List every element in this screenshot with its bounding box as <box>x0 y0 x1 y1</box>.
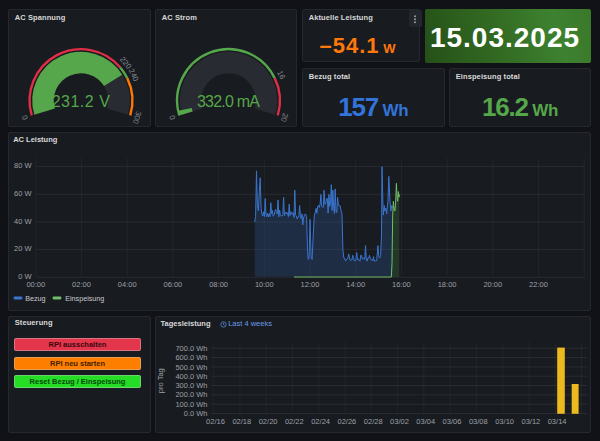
svg-text:300.0 Wh: 300.0 Wh <box>175 381 207 390</box>
svg-text:02/20: 02/20 <box>259 417 278 426</box>
svg-text:03/04: 03/04 <box>416 417 435 426</box>
svg-text:02/22: 02/22 <box>285 417 304 426</box>
svg-text:03/08: 03/08 <box>469 417 488 426</box>
svg-text:200.0 Wh: 200.0 Wh <box>175 390 207 399</box>
svg-text:400.0 Wh: 400.0 Wh <box>175 372 207 381</box>
svg-text:500.0 Wh: 500.0 Wh <box>175 363 207 372</box>
svg-text:02/28: 02/28 <box>364 417 383 426</box>
svg-text:pro Tag: pro Tag <box>157 368 166 393</box>
svg-text:03/14: 03/14 <box>548 417 567 426</box>
svg-text:03/06: 03/06 <box>443 417 462 426</box>
svg-text:0.0 Wh: 0.0 Wh <box>184 409 208 418</box>
svg-text:02/26: 02/26 <box>338 417 357 426</box>
svg-text:02/24: 02/24 <box>311 417 330 426</box>
svg-text:600.0 Wh: 600.0 Wh <box>175 353 207 362</box>
svg-text:02/18: 02/18 <box>232 417 251 426</box>
svg-text:03/10: 03/10 <box>495 417 514 426</box>
svg-text:02/16: 02/16 <box>206 417 225 426</box>
svg-text:700.0 Wh: 700.0 Wh <box>175 344 207 353</box>
svg-text:03/02: 03/02 <box>390 417 409 426</box>
svg-text:03/12: 03/12 <box>522 417 541 426</box>
svg-text:100.0 Wh: 100.0 Wh <box>175 400 207 409</box>
